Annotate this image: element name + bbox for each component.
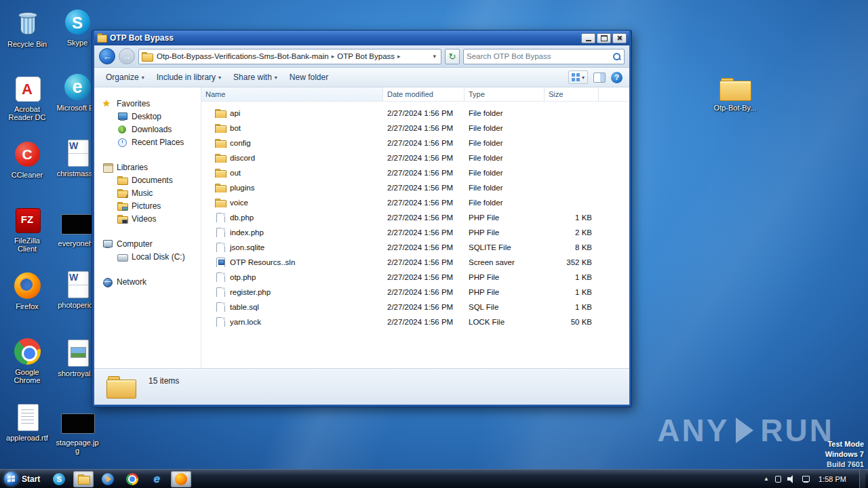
- cell-size: 8 KB: [545, 243, 599, 251]
- column-header-type[interactable]: Type: [465, 87, 545, 101]
- table-row[interactable]: register.php 2/27/2024 1:56 PM PHP File …: [201, 285, 629, 300]
- desktop-icon-recycle-bin[interactable]: Recycle Bin: [4, 9, 50, 48]
- desktop-icon-acrobat[interactable]: Acrobat Reader DC: [4, 75, 50, 121]
- search-box: [463, 49, 625, 64]
- cell-name: bot: [201, 123, 383, 133]
- firefox-icon: [11, 272, 43, 300]
- table-row[interactable]: yarn.lock 2/27/2024 1:56 PM LOCK File 50…: [201, 314, 629, 329]
- breadcrumb-current[interactable]: OTP Bot Bypass: [337, 52, 395, 60]
- network-icon[interactable]: [802, 475, 810, 483]
- table-row[interactable]: json.sqlite 2/27/2024 1:56 PM SQLITE Fil…: [201, 240, 629, 255]
- sidebar-item-documents[interactable]: Documents: [94, 174, 201, 186]
- cell-type: PHP File: [465, 214, 545, 222]
- cell-size: 1 KB: [545, 288, 599, 296]
- file-name: plugins: [230, 184, 254, 192]
- table-row[interactable]: out 2/27/2024 1:56 PM File folder: [201, 165, 629, 180]
- include-in-library-button[interactable]: Include in library ▾: [152, 70, 226, 85]
- back-button[interactable]: ←: [99, 48, 115, 64]
- organize-button[interactable]: Organize ▾: [101, 70, 149, 85]
- sidebar-item-videos[interactable]: Videos: [94, 212, 201, 225]
- clock[interactable]: 1:58 PM: [816, 475, 853, 483]
- sidebar-item-computer[interactable]: Computer: [94, 237, 201, 250]
- file-name: index.php: [230, 228, 264, 237]
- taskbar-icon-chrome[interactable]: [122, 471, 142, 487]
- table-row[interactable]: api 2/27/2024 1:56 PM File folder: [201, 106, 629, 121]
- table-row[interactable]: voice 2/27/2024 1:56 PM File folder: [201, 195, 629, 210]
- sidebar-item-desktop[interactable]: Desktop: [94, 110, 201, 123]
- search-input[interactable]: [467, 52, 612, 60]
- show-desktop-button[interactable]: [859, 470, 865, 488]
- cell-type: Screen saver: [465, 258, 545, 266]
- recycle-bin-icon: [11, 9, 43, 38]
- close-button[interactable]: [612, 33, 627, 43]
- window-folder-icon: [97, 35, 106, 42]
- start-button[interactable]: Start: [0, 470, 46, 488]
- column-header-name[interactable]: Name: [201, 87, 383, 101]
- sandbox-info: Test Mode Windows 7 Build 7601: [825, 439, 864, 470]
- cell-type: File folder: [465, 199, 545, 207]
- sidebar-item-music[interactable]: ♪ Music: [94, 186, 201, 199]
- taskbar-icon-firefox[interactable]: [171, 471, 191, 487]
- desktop-icon-appleroad[interactable]: appleroad.rtf: [4, 403, 50, 442]
- status-folder-icon: [106, 373, 136, 399]
- desktop-icon-chrome[interactable]: Google Chrome: [4, 338, 50, 384]
- table-row[interactable]: otp.php 2/27/2024 1:56 PM PHP File 1 KB: [201, 270, 629, 285]
- documents-folder-icon: [117, 176, 127, 185]
- sidebar-item-pictures[interactable]: Pictures: [94, 199, 201, 212]
- sidebar-item-network[interactable]: Network: [94, 275, 201, 288]
- desktop-icon-filezilla[interactable]: FileZilla Client: [4, 206, 50, 253]
- refresh-button[interactable]: ↻: [445, 49, 460, 64]
- new-folder-button[interactable]: New folder: [285, 70, 333, 85]
- maximize-button[interactable]: [597, 33, 611, 43]
- preview-pane-button[interactable]: [593, 73, 606, 83]
- desktop-icon-ccleaner[interactable]: CCleaner: [4, 140, 50, 179]
- table-row[interactable]: index.php 2/27/2024 1:56 PM PHP File 2 K…: [201, 225, 629, 240]
- cell-date: 2/27/2024 1:56 PM: [383, 303, 465, 311]
- column-header-date[interactable]: Date modified: [383, 87, 465, 101]
- table-row[interactable]: discord 2/27/2024 1:56 PM File folder: [201, 150, 629, 165]
- taskbar-icon-explorer[interactable]: [73, 471, 94, 487]
- file-list: api 2/27/2024 1:56 PM File folder bot 2/…: [201, 102, 629, 368]
- table-row[interactable]: plugins 2/27/2024 1:56 PM File folder: [201, 180, 629, 195]
- table-row[interactable]: table.sql 2/27/2024 1:56 PM SQL File 1 K…: [201, 300, 629, 314]
- breadcrumb-parent[interactable]: Otp-Bot-Bypass-Verifications-Sms-Bot-Ban…: [157, 52, 329, 60]
- sidebar-label: Favorites: [117, 99, 150, 108]
- show-hidden-icons-button[interactable]: ▲: [764, 476, 769, 482]
- search-icon[interactable]: [612, 52, 621, 61]
- sidebar-item-libraries[interactable]: Libraries: [94, 161, 201, 174]
- firefox-icon: [175, 473, 187, 485]
- desktop-icon-label: Recycle Bin: [4, 40, 50, 48]
- table-row[interactable]: db.php 2/27/2024 1:56 PM PHP File 1 KB: [201, 210, 629, 225]
- sidebar-item-favorites[interactable]: Favorites: [94, 97, 201, 110]
- desktop-icon-stagepage[interactable]: stagepage.jpg: [54, 408, 100, 455]
- watermark-text-any: ANY: [657, 412, 729, 449]
- cell-name: table.sql: [201, 302, 383, 312]
- cell-type: LOCK File: [465, 318, 545, 326]
- speaker-icon[interactable]: [787, 475, 795, 483]
- action-center-icon[interactable]: [775, 476, 781, 483]
- sidebar-item-downloads[interactable]: Downloads: [94, 123, 201, 136]
- address-folder-icon: [142, 52, 153, 61]
- table-row[interactable]: config 2/27/2024 1:56 PM File folder: [201, 136, 629, 150]
- taskbar-icon-media-player[interactable]: [98, 471, 118, 487]
- breadcrumb[interactable]: Otp-Bot-Bypass-Verifications-Sms-Bot-Ban…: [138, 49, 441, 64]
- desktop-icon-otp-folder[interactable]: Otp-Bot-By...: [712, 73, 758, 112]
- sidebar-item-recent-places[interactable]: Recent Places: [94, 136, 201, 148]
- desktop-icon-label: Otp-Bot-By...: [712, 104, 758, 112]
- title-bar[interactable]: OTP Bot Bypass: [94, 30, 629, 45]
- column-header-size[interactable]: Size: [545, 87, 599, 101]
- share-with-button[interactable]: Share with ▾: [229, 70, 282, 85]
- forward-button[interactable]: →: [119, 48, 135, 64]
- cell-date: 2/27/2024 1:56 PM: [383, 288, 465, 296]
- change-view-button[interactable]: ▾: [568, 70, 588, 84]
- minimize-button[interactable]: [581, 33, 595, 43]
- taskbar-icon-skype[interactable]: S: [49, 471, 69, 487]
- sidebar-item-local-disk-c[interactable]: Local Disk (C:): [94, 250, 201, 263]
- table-row[interactable]: bot 2/27/2024 1:56 PM File folder: [201, 121, 629, 136]
- cell-date: 2/27/2024 1:56 PM: [383, 243, 465, 251]
- help-button[interactable]: ?: [611, 72, 623, 83]
- desktop-icon-firefox[interactable]: Firefox: [4, 272, 50, 310]
- address-dropdown-icon[interactable]: ▾: [431, 53, 438, 60]
- table-row[interactable]: OTP Resourcs..sln 2/27/2024 1:56 PM Scre…: [201, 255, 629, 270]
- taskbar-icon-ie[interactable]: e: [146, 471, 167, 487]
